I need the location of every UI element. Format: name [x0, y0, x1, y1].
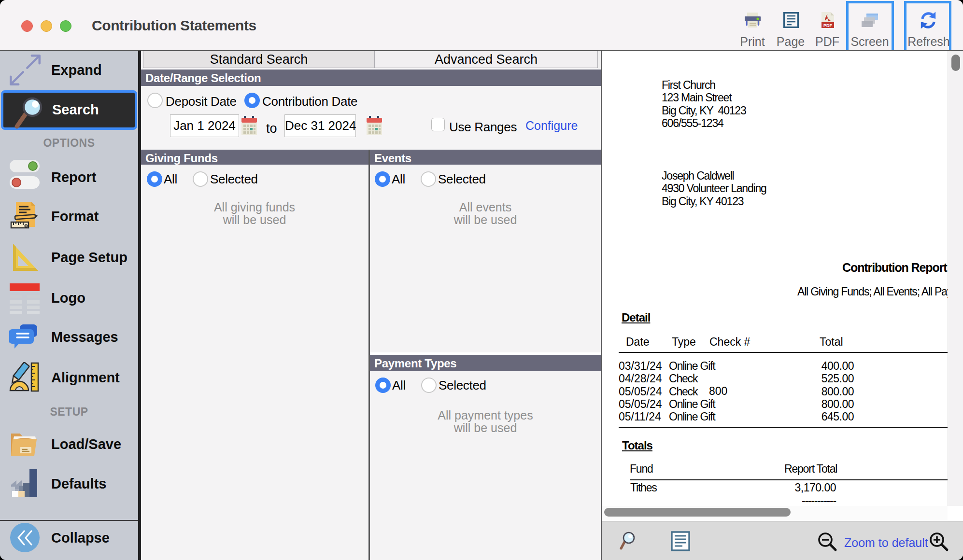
svg-text:PDF: PDF	[823, 23, 833, 28]
